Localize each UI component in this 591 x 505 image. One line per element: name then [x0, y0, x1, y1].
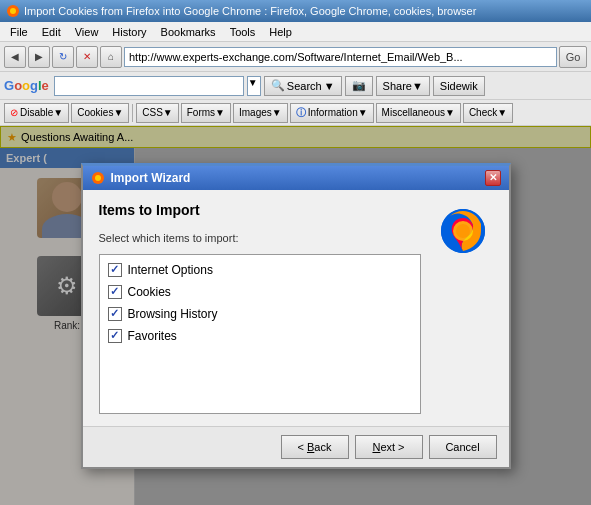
- svg-point-3: [95, 175, 101, 181]
- next-button[interactable]: Next >: [355, 435, 423, 459]
- disable-label: Disable▼: [20, 107, 63, 118]
- cookies-label: Cookies▼: [77, 107, 123, 118]
- dialog-instruction: Select which items to import:: [99, 232, 421, 244]
- wizard-icon: [91, 171, 105, 185]
- firefox-logo: [438, 206, 488, 256]
- checkbox-label-browsing-history: Browsing History: [128, 307, 218, 321]
- forward-button[interactable]: ▶: [28, 46, 50, 68]
- forms-button[interactable]: Forms▼: [181, 103, 231, 123]
- search-dropdown[interactable]: ▼: [247, 76, 261, 96]
- dialog-sidebar: [433, 202, 493, 414]
- toolbar: ⊘ Disable▼ Cookies▼ CSS▼ Forms▼ Images▼ …: [0, 100, 591, 126]
- browser-icon: [6, 4, 20, 18]
- modal-overlay: Import Wizard ✕ Items to Import Select w…: [0, 126, 591, 505]
- title-bar-text: Import Cookies from Firefox into Google …: [24, 5, 585, 17]
- css-button[interactable]: CSS▼: [136, 103, 178, 123]
- menu-tools[interactable]: Tools: [224, 24, 262, 40]
- address-bar[interactable]: [124, 47, 557, 67]
- search-input[interactable]: [54, 76, 244, 96]
- check-label: Check▼: [469, 107, 507, 118]
- checkbox-label-cookies: Cookies: [128, 285, 171, 299]
- forms-label: Forms▼: [187, 107, 225, 118]
- checkbox-item-favorites: Favorites: [108, 329, 412, 343]
- checkbox-label-favorites: Favorites: [128, 329, 177, 343]
- menu-bookmarks[interactable]: Bookmarks: [155, 24, 222, 40]
- camera-button[interactable]: 📷: [345, 76, 373, 96]
- close-icon: ✕: [489, 172, 497, 183]
- sidewik-button[interactable]: Sidewik: [433, 76, 485, 96]
- menu-file[interactable]: File: [4, 24, 34, 40]
- menu-bar: File Edit View History Bookmarks Tools H…: [0, 22, 591, 42]
- checkbox-favorites[interactable]: [108, 329, 122, 343]
- checkbox-label-internet-options: Internet Options: [128, 263, 213, 277]
- miscellaneous-button[interactable]: Miscellaneous▼: [376, 103, 461, 123]
- dialog-title-bar: Import Wizard ✕: [83, 166, 509, 190]
- dialog-heading: Items to Import: [99, 202, 421, 218]
- css-label: CSS▼: [142, 107, 172, 118]
- cookies-button[interactable]: Cookies▼: [71, 103, 129, 123]
- dialog-title-left: Import Wizard: [91, 171, 191, 185]
- cancel-label: Cancel: [445, 441, 479, 453]
- dialog-footer: < Back Next > Cancel: [83, 426, 509, 467]
- stop-button[interactable]: ✕: [76, 46, 98, 68]
- disable-button[interactable]: ⊘ Disable▼: [4, 103, 69, 123]
- import-wizard-dialog: Import Wizard ✕ Items to Import Select w…: [81, 163, 511, 469]
- checkbox-item-cookies: Cookies: [108, 285, 412, 299]
- go-button[interactable]: Go: [559, 46, 587, 68]
- search-bar: Google ▼ 🔍 Search ▼ 📷 Share▼ Sidewik: [0, 72, 591, 100]
- menu-edit[interactable]: Edit: [36, 24, 67, 40]
- dialog-close-button[interactable]: ✕: [485, 170, 501, 186]
- toolbar-sep-1: [132, 104, 133, 122]
- checkbox-list: Internet Options Cookies Browsing Histor…: [99, 254, 421, 414]
- nav-bar: ◀ ▶ ↻ ✕ ⌂ Go: [0, 42, 591, 72]
- search-label: Search: [287, 80, 322, 92]
- dialog-body: Items to Import Select which items to im…: [83, 190, 509, 426]
- search-dropdown-arrow: ▼: [324, 80, 335, 92]
- dialog-main: Items to Import Select which items to im…: [99, 202, 421, 414]
- share-button[interactable]: Share▼: [376, 76, 430, 96]
- menu-view[interactable]: View: [69, 24, 105, 40]
- checkbox-browsing-history[interactable]: [108, 307, 122, 321]
- information-button[interactable]: ⓘ Information▼: [290, 103, 374, 123]
- home-button[interactable]: ⌂: [100, 46, 122, 68]
- checkbox-cookies[interactable]: [108, 285, 122, 299]
- checkbox-item-internet-options: Internet Options: [108, 263, 412, 277]
- browser-window: Import Cookies from Firefox into Google …: [0, 0, 591, 505]
- content-area: ★ Questions Awaiting A... Expert ( ⚙ Ran…: [0, 126, 591, 505]
- misc-label: Miscellaneous▼: [382, 107, 455, 118]
- address-container: [124, 47, 557, 67]
- checkbox-item-browsing-history: Browsing History: [108, 307, 412, 321]
- checkbox-internet-options[interactable]: [108, 263, 122, 277]
- check-button[interactable]: Check▼: [463, 103, 513, 123]
- back-button[interactable]: < Back: [281, 435, 349, 459]
- google-logo: Google: [4, 78, 49, 93]
- images-button[interactable]: Images▼: [233, 103, 288, 123]
- menu-help[interactable]: Help: [263, 24, 298, 40]
- images-label: Images▼: [239, 107, 282, 118]
- search-icon: 🔍: [271, 79, 285, 92]
- search-button[interactable]: 🔍 Search ▼: [264, 76, 342, 96]
- sidewik-label: Sidewik: [440, 80, 478, 92]
- share-label: Share▼: [383, 80, 423, 92]
- refresh-button[interactable]: ↻: [52, 46, 74, 68]
- information-label: Information▼: [308, 107, 368, 118]
- dialog-title-text: Import Wizard: [111, 171, 191, 185]
- next-label: Next >: [372, 441, 404, 453]
- svg-point-1: [10, 8, 16, 14]
- svg-point-6: [456, 224, 470, 238]
- cancel-button[interactable]: Cancel: [429, 435, 497, 459]
- back-button[interactable]: ◀: [4, 46, 26, 68]
- menu-history[interactable]: History: [106, 24, 152, 40]
- title-bar: Import Cookies from Firefox into Google …: [0, 0, 591, 22]
- back-label: < Back: [298, 441, 332, 453]
